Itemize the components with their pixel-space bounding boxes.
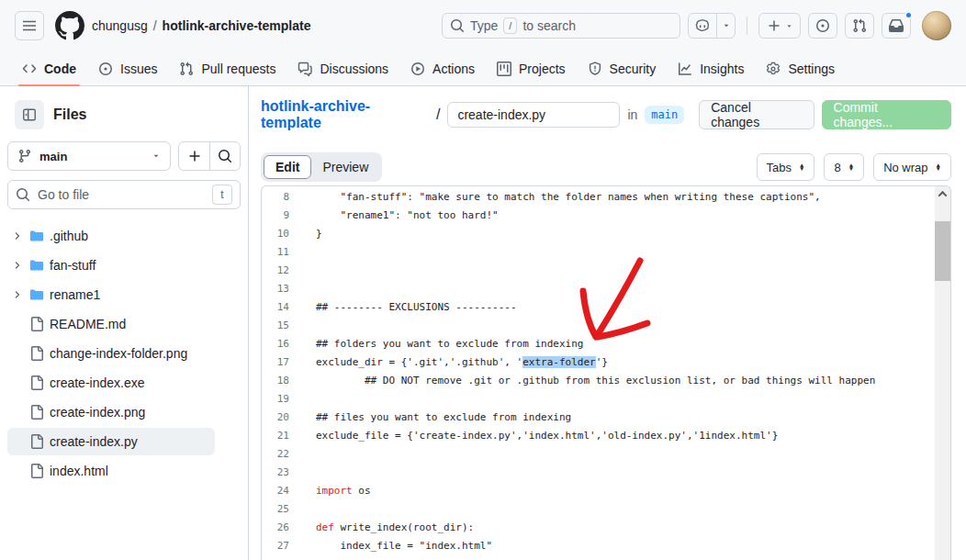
new-file-button[interactable]	[179, 142, 209, 170]
code-line[interactable]: f_template = '''<tr><td><a href="{name}"…	[316, 555, 950, 560]
github-edit-file-page: chungusg / hotlink-archive-template Type…	[0, 0, 966, 560]
code-line[interactable]	[316, 464, 950, 482]
code-line[interactable]	[316, 445, 950, 464]
tab-insights[interactable]: Insights	[668, 51, 753, 85]
line-number[interactable]: 17	[262, 353, 289, 372]
scrollbar-thumb[interactable]	[935, 221, 950, 281]
tree-item-folder[interactable]: .github	[7, 222, 215, 250]
hamburger-menu-button[interactable]	[15, 11, 44, 40]
indent-size-select[interactable]: 8 ▲▼	[824, 153, 864, 181]
collapse-sidebar-button[interactable]	[15, 100, 44, 129]
tab-settings[interactable]: Settings	[757, 51, 844, 85]
branch-name: main	[39, 150, 67, 163]
issues-button[interactable]	[808, 13, 837, 39]
code-line[interactable]	[316, 262, 950, 280]
line-number[interactable]: 9	[262, 207, 289, 225]
editor-content[interactable]: "fan-stuff": "make sure to match the fol…	[304, 186, 950, 560]
repo-link[interactable]: hotlink-archive-template	[261, 98, 429, 131]
code-line[interactable]: index_file = "index.html"	[316, 537, 950, 555]
branch-selector[interactable]: main	[7, 141, 171, 171]
tree-item-file[interactable]: change-index-folder.png	[7, 340, 215, 367]
code-line[interactable]: exclude_file = {'create-index.py','index…	[316, 427, 950, 445]
code-line[interactable]: import os	[316, 482, 950, 500]
tree-item-file[interactable]: create-index.exe	[7, 369, 215, 397]
line-number[interactable]: 27	[262, 537, 289, 555]
line-number[interactable]: 21	[262, 427, 289, 445]
tree-item-label: fan-stuff	[50, 258, 95, 273]
line-number[interactable]: 16	[262, 335, 289, 353]
code-editor[interactable]: 8910111213141516171819202122232425262728…	[261, 185, 951, 560]
indent-mode-select[interactable]: Tabs ▲▼	[757, 153, 815, 181]
code-line[interactable]	[316, 317, 950, 335]
line-number[interactable]: 24	[262, 482, 289, 500]
wrap-mode-select[interactable]: No wrap ▲▼	[873, 153, 951, 181]
line-number[interactable]: 12	[262, 262, 289, 280]
line-number[interactable]: 13	[262, 280, 289, 298]
line-number[interactable]: 23	[262, 464, 289, 482]
line-number[interactable]: 11	[262, 243, 289, 262]
code-line[interactable]	[316, 243, 950, 262]
code-line[interactable]: ## folders you want to exclude from inde…	[316, 335, 950, 353]
search-placeholder-pre: Type	[470, 18, 498, 33]
tree-item-file[interactable]: index.html	[7, 457, 215, 485]
filename-input[interactable]	[447, 102, 620, 128]
tab-preview[interactable]: Preview	[311, 155, 379, 179]
code-line[interactable]	[316, 390, 950, 409]
commit-changes-button[interactable]: Commit changes...	[822, 100, 951, 129]
code-line[interactable]: ## DO NOT remove .git or .github from th…	[316, 372, 950, 390]
code-line[interactable]: def write_index(root_dir):	[316, 519, 950, 537]
tree-item-folder[interactable]: fan-stuff	[7, 252, 215, 279]
tab-issues[interactable]: Issues	[89, 51, 166, 85]
code-line[interactable]: ## files you want to exclude from indexi…	[316, 409, 950, 427]
tab-discussions[interactable]: Discussions	[288, 51, 398, 85]
code-line[interactable]: "fan-stuff": "make sure to match the fol…	[316, 188, 950, 207]
editor-scrollbar[interactable]	[935, 186, 950, 560]
code-line[interactable]	[316, 500, 950, 519]
line-number[interactable]: 22	[262, 445, 289, 464]
user-avatar[interactable]	[922, 11, 951, 40]
pull-requests-button[interactable]	[845, 13, 874, 39]
tree-item-file[interactable]: README.md	[7, 310, 215, 338]
breadcrumb-owner[interactable]: chungusg	[92, 18, 148, 33]
code-line[interactable]: "rename1": "not too hard!"	[316, 207, 950, 225]
tab-security[interactable]: Security	[578, 51, 666, 85]
copilot-button[interactable]	[689, 14, 716, 38]
create-new-button[interactable]	[758, 13, 801, 39]
tree-item-file-selected[interactable]: create-index.py	[7, 428, 215, 455]
code-line[interactable]: }	[316, 225, 950, 243]
tab-edit[interactable]: Edit	[264, 155, 311, 179]
breadcrumb-repo[interactable]: hotlink-archive-template	[163, 18, 311, 33]
tab-label: Security	[610, 62, 657, 76]
code-line[interactable]: exclude_dir = {'.git','.github', 'extra-…	[316, 353, 950, 372]
tree-item-file[interactable]: create-index.png	[7, 398, 215, 426]
line-number[interactable]: 8	[262, 188, 289, 207]
file-icon	[29, 317, 44, 331]
line-number[interactable]: 25	[262, 500, 289, 519]
line-number[interactable]: 19	[262, 390, 289, 409]
code-line[interactable]: ## -------- EXCLUSIONS ----------	[316, 298, 950, 317]
line-number[interactable]: 28	[262, 555, 289, 560]
tree-item-label: .github	[50, 229, 88, 243]
content-area: Files main Go to	[0, 86, 966, 560]
search-files-button[interactable]	[209, 142, 240, 170]
code-segment: def	[316, 521, 334, 533]
inbox-button[interactable]	[882, 13, 911, 39]
cancel-changes-button[interactable]: Cancel changes	[699, 100, 814, 129]
tab-projects[interactable]: Projects	[488, 51, 575, 85]
line-number[interactable]: 18	[262, 372, 289, 390]
tab-pull-requests[interactable]: Pull requests	[170, 51, 285, 85]
global-search[interactable]: Type / to search	[442, 13, 680, 39]
line-number[interactable]: 20	[262, 409, 289, 427]
go-to-file-input[interactable]: Go to file t	[7, 180, 241, 209]
code-line[interactable]	[316, 280, 950, 298]
line-number[interactable]: 14	[262, 298, 289, 317]
line-number[interactable]: 26	[262, 519, 289, 537]
tab-code[interactable]: Code	[13, 51, 85, 85]
line-number[interactable]: 15	[262, 317, 289, 335]
scroll-up-arrow[interactable]	[935, 186, 950, 202]
github-logo[interactable]	[55, 11, 84, 40]
line-number[interactable]: 10	[262, 225, 289, 243]
tab-actions[interactable]: Actions	[401, 51, 484, 85]
tree-item-folder[interactable]: rename1	[7, 281, 215, 308]
copilot-dropdown-button[interactable]	[716, 14, 735, 38]
